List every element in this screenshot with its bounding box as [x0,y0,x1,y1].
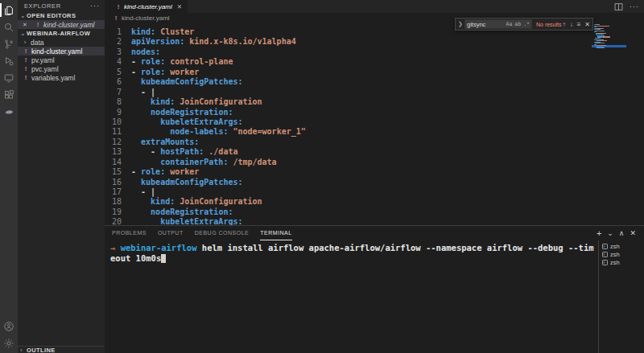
split-editor-icon[interactable] [614,2,623,11]
match-case-icon[interactable]: Aa [506,21,513,27]
line-number: 15 [105,167,131,177]
sidebar-item-data[interactable]: ›data [18,38,105,47]
code-text: kubeletExtraArgs: [131,217,242,225]
explorer-icon[interactable] [0,2,18,18]
code-text: - role: worker [131,68,199,77]
code-line[interactable]: 15- role: worker [105,167,644,177]
code-text: kind: JoinConfiguration [131,97,262,107]
code-line[interactable]: 16 kubeadmConfigPatches: [105,178,644,187]
line-number: 6 [105,77,131,87]
file-tree: ›data!kind-cluster.yaml!pv.yaml!pvc.yaml… [18,38,105,82]
code-text: kind: Cluster [131,27,194,37]
terminal-instance-zsh[interactable]: zsh [599,250,644,258]
panel-tab-terminal[interactable]: TERMINAL [260,226,291,240]
prompt-arrow: → [110,243,121,252]
code-line[interactable]: 8 kind: JoinConfiguration [105,97,644,107]
open-editor-item-kind-cluster[interactable]: ✕ ! kind-cluster.yaml [18,20,105,29]
yaml-file-icon: ! [23,65,29,72]
terminal[interactable]: → webinar-airflow helm install airflow a… [110,243,596,353]
code-text: kind: JoinConfiguration [131,197,262,207]
bottom-panel: PROBLEMSOUTPUTDEBUG CONSOLETERMINAL + ⌄ … [105,225,644,353]
run-debug-icon[interactable] [0,52,18,69]
find-close-icon[interactable]: ✕ [584,21,590,28]
regex-icon[interactable]: .* [523,21,530,27]
code-line[interactable]: 2apiVersion: kind.x-k8s.io/v1alpha4 [105,37,644,47]
line-number: 3 [105,47,131,57]
code-line[interactable]: 19 nodeRegistration: [105,207,644,217]
code-text: kubeadmConfigPatches: [131,77,242,87]
code-line[interactable]: 11 node-labels: "node=worker_1" [105,127,644,137]
find-toggle-replace-icon[interactable]: ❯ [458,21,464,27]
code-text: kubeletExtraArgs: [131,117,242,127]
code-line[interactable]: 5- role: worker [105,68,644,77]
code-text: - role: worker [131,167,199,177]
code-line[interactable]: 3nodes: [105,47,644,57]
line-number: 4 [105,57,131,67]
code-line[interactable]: 12 extraMounts: [105,138,644,147]
extensions-icon[interactable] [0,86,18,103]
panel-tab-output[interactable]: OUTPUT [158,226,184,240]
code-line[interactable]: 9 nodeRegistration: [105,108,644,117]
account-icon[interactable] [0,318,18,335]
terminal-icon [602,244,608,249]
tab-bar: ! kind-cluster.yaml ✕ ··· [105,0,644,13]
sidebar-item-variables-yaml[interactable]: !variables.yaml [18,73,105,82]
code-line[interactable]: 7 - | [105,88,644,97]
find-previous-icon[interactable]: ↑ [563,21,566,28]
tab-kind-cluster-yaml[interactable]: ! kind-cluster.yaml ✕ [105,0,188,13]
line-number: 14 [105,158,131,167]
terminal-command-wrap: eout 10m0s [110,253,161,263]
yaml-file-icon: ! [115,3,122,10]
code-line[interactable]: 6 kubeadmConfigPatches: [105,77,644,87]
search-icon[interactable] [0,18,18,35]
editor-more-actions-icon[interactable]: ··· [630,2,639,10]
sidebar-item-pvc-yaml[interactable]: !pvc.yaml [18,64,105,73]
code-line[interactable]: 14 containerPath: /tmp/data [105,158,644,167]
code-line[interactable]: 17 - | [105,187,644,197]
code-text: nodeRegistration: [131,108,233,117]
terminal-instance-zsh[interactable]: zsh [599,242,644,250]
code-line[interactable]: 13 - hostPath: ./data [105,147,644,157]
whole-word-icon[interactable]: ab [514,21,521,27]
find-results-status: No results [536,22,563,27]
sidebar-item-kind-cluster-yaml[interactable]: !kind-cluster.yaml [18,47,105,55]
find-in-selection-icon[interactable]: ≡ [577,21,581,28]
minimap[interactable] [594,24,621,49]
file-label: variables.yaml [31,74,75,82]
source-control-icon[interactable] [0,35,18,52]
yaml-file-icon: ! [23,56,29,64]
terminal-dropdown-icon[interactable]: ⌄ [607,230,613,237]
code-line[interactable]: 20 kubeletExtraArgs: [105,217,644,225]
code-line[interactable]: 10 kubeletExtraArgs: [105,117,644,127]
sidebar-more-actions-icon[interactable]: ··· [90,2,100,10]
find-next-icon[interactable]: ↓ [570,21,573,28]
remote-explorer-icon[interactable] [0,69,18,86]
code-text: - hostPath: ./data [131,147,237,157]
outline-header[interactable]: › OUTLINE [18,346,105,353]
code-text: nodeRegistration: [131,207,233,217]
workspace-folder-header[interactable]: ⌄ WEBINAR-AIRFLOW [18,29,105,38]
tab-close-icon[interactable]: ✕ [177,3,182,10]
find-input[interactable]: gitsync Aa ab .* [464,19,532,29]
close-panel-icon[interactable]: ✕ [630,230,636,237]
find-widget: ❯ gitsync Aa ab .* No results ↑ ↓ ≡ ✕ [455,18,593,31]
new-terminal-icon[interactable]: + [597,229,601,238]
explorer-sidebar: EXPLORER ··· ⌄ OPEN EDITORS ✕ ! kind-clu… [18,0,105,353]
line-number: 16 [105,178,131,187]
vscode-window: EXPLORER ··· ⌄ OPEN EDITORS ✕ ! kind-clu… [0,0,644,353]
panel-tab-debug-console[interactable]: DEBUG CONSOLE [195,226,250,240]
custom-extension-icon[interactable] [0,103,18,120]
code-line[interactable]: 4- role: control-plane [105,57,644,67]
terminal-instance-zsh[interactable]: zsh [599,258,644,266]
line-number: 2 [105,37,131,47]
code-line[interactable]: 18 kind: JoinConfiguration [105,197,644,207]
maximize-panel-icon[interactable]: ∧ [619,230,625,237]
settings-gear-icon[interactable] [0,335,18,351]
panel-tab-problems[interactable]: PROBLEMS [112,226,147,240]
file-label: data [31,39,44,47]
sidebar-item-pv-yaml[interactable]: !pv.yaml [18,55,105,64]
code-editor[interactable]: 1kind: Cluster2apiVersion: kind.x-k8s.io… [105,23,644,225]
close-editor-icon[interactable]: ✕ [23,22,30,28]
open-editors-header[interactable]: ⌄ OPEN EDITORS [18,11,105,20]
editor-group: ! kind-cluster.yaml ✕ ··· ! kind-cluster… [105,0,644,225]
